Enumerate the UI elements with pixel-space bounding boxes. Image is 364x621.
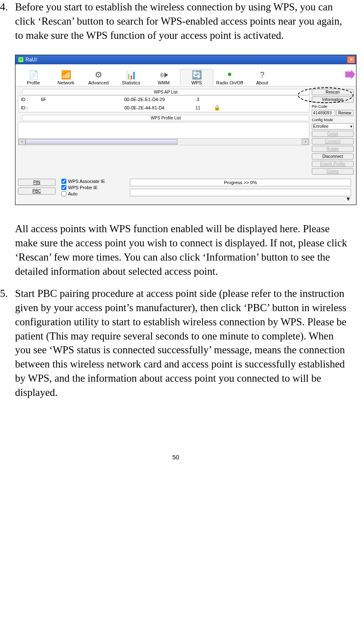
window-titlebar: R RaUI ✕ — [15, 55, 356, 64]
tab-wmm[interactable]: 🕪WMM — [147, 69, 180, 85]
renew-button[interactable]: Renew — [336, 110, 354, 116]
tab-profile[interactable]: 📄Profile — [17, 69, 50, 85]
lock-icon: 🔒 — [214, 104, 226, 111]
next-arrow-icon[interactable] — [345, 69, 355, 79]
scroll-track[interactable] — [25, 139, 302, 144]
main-toolbar: 📄Profile 📶Network ⚙Advanced 📊Statistics … — [15, 64, 356, 86]
list-text-4: Before you start to establish the wirele… — [15, 0, 351, 42]
wps-probe-ie-checkbox[interactable]: WPS Probe IE — [61, 185, 124, 190]
chevron-down-icon: ▾ — [350, 124, 352, 129]
pin-code-value: 41489093 — [312, 110, 335, 116]
wps-ap-list[interactable]: ID : 6F 00-0E-2E-E1-D4-29 3 ID : 00-0E-2… — [18, 95, 309, 112]
scroll-left-button[interactable]: ‹ — [18, 139, 25, 145]
tab-advanced[interactable]: ⚙Advanced — [82, 69, 115, 85]
wps-profile-list-label: WPS Profile List — [22, 115, 309, 121]
page-number: 50 — [0, 454, 351, 461]
information-button[interactable]: Information — [312, 96, 354, 103]
app-icon: R — [18, 57, 24, 63]
wps-profile-list[interactable]: ‹ › — [18, 122, 309, 145]
close-button[interactable]: ✕ — [347, 56, 355, 63]
ap-row[interactable]: ID : 00-0E-2E-44-81-D4 11 🔒 — [18, 103, 309, 112]
progress-bar: Progress >> 0% — [130, 179, 351, 186]
ap-row[interactable]: ID : 6F 00-0E-2E-E1-D4-29 3 — [18, 96, 309, 103]
pin-code-label: Pin Code — [312, 104, 354, 109]
expand-down-icon[interactable]: ▼ — [18, 197, 354, 200]
export-profile-button: Export Profile — [312, 161, 354, 167]
pin-button[interactable]: PIN — [18, 179, 56, 186]
tab-statistics[interactable]: 📊Statistics — [115, 69, 147, 85]
scroll-thumb[interactable] — [25, 139, 177, 144]
tab-radio[interactable]: Radio On/Off — [213, 69, 246, 85]
wps-associate-ie-checkbox[interactable]: WPS Associate IE — [61, 179, 124, 184]
disconnect-button[interactable]: Disconnect — [312, 153, 354, 160]
status-bar — [130, 189, 351, 196]
connect-button: Connect — [312, 138, 354, 144]
list-number-5: 5. — [0, 286, 15, 399]
tab-wps[interactable]: 🔄WPS — [180, 69, 213, 85]
rescan-button[interactable]: Rescan — [312, 89, 354, 95]
pbc-button[interactable]: PBC — [18, 188, 56, 195]
list-number-4: 4. — [0, 0, 15, 42]
wps-ap-list-label: WPS AP List — [22, 89, 309, 95]
tab-network[interactable]: 📶Network — [50, 69, 82, 85]
window-title: RaUI — [25, 57, 37, 63]
list-text-4-after: All access points with WPS function enab… — [15, 222, 351, 278]
horizontal-scrollbar[interactable]: ‹ › — [18, 138, 309, 145]
screenshot-raui: R RaUI ✕ 📄Profile 📶Network ⚙Advanced 📊St… — [15, 55, 356, 205]
tab-about[interactable]: ?About — [246, 69, 278, 85]
config-mode-label: Config Mode — [312, 118, 354, 122]
config-mode-select[interactable]: Enrollee ▾ — [312, 123, 354, 129]
list-text-5: Start PBC pairing procedure at access po… — [15, 286, 351, 399]
scroll-right-button[interactable]: › — [302, 139, 309, 145]
detail-button: Detail — [312, 131, 354, 137]
auto-checkbox[interactable]: Auto — [61, 191, 124, 196]
rotate-button: Rotate — [312, 146, 354, 152]
delete-button: Delete — [312, 168, 354, 175]
